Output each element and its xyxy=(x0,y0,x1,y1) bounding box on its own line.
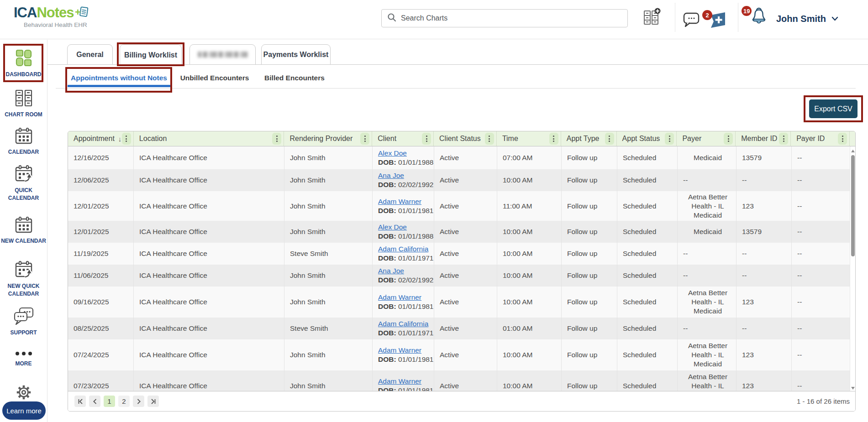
client-link[interactable]: Adam Warner xyxy=(378,346,430,355)
sidebar-item-more[interactable]: MORE xyxy=(0,350,47,368)
column-header-location[interactable]: Location xyxy=(134,131,284,146)
client-link[interactable]: Adam Warner xyxy=(378,197,430,206)
user-menu[interactable]: John Smith xyxy=(776,0,838,37)
kebab-menu-icon[interactable] xyxy=(360,133,369,145)
sidebar-item-dashboard[interactable]: DASHBOARD xyxy=(0,49,47,78)
column-label: Appt Type xyxy=(567,135,600,143)
sidebar-item-chart-room[interactable]: CHART ROOM xyxy=(0,89,47,119)
client-link[interactable]: Ana Joe xyxy=(378,266,430,276)
kebab-menu-icon[interactable] xyxy=(422,133,431,145)
tab-billing-worklist[interactable]: Billing Worklist xyxy=(120,44,182,65)
cell-time: 10:00 AM xyxy=(497,265,562,287)
client-link[interactable]: Alex Doe xyxy=(378,149,430,158)
client-link[interactable]: Adam California xyxy=(378,245,430,254)
cell-client_status: Active xyxy=(434,287,497,318)
sidebar-item-quick-calendar[interactable]: QUICK CALENDAR xyxy=(0,165,47,203)
client-dob: DOB: 01/01/1981 xyxy=(378,206,430,215)
sidebar-item-support[interactable]: SUPPORT xyxy=(0,307,47,337)
kebab-menu-icon[interactable] xyxy=(665,133,674,145)
sidebar-item-new-calendar[interactable]: NEW CALENDAR xyxy=(0,216,47,245)
chevron-down-icon xyxy=(831,15,838,23)
column-header-time[interactable]: Time xyxy=(497,131,561,146)
cell-member_id: 123 xyxy=(736,339,792,370)
export-csv-button[interactable]: Export CSV xyxy=(809,99,857,118)
go-to-last-page-button[interactable] xyxy=(147,396,159,407)
column-header-rendering-provider[interactable]: Rendering Provider xyxy=(284,131,372,146)
settings-gear-icon[interactable] xyxy=(0,383,47,402)
column-header-appt-type[interactable]: Appt Type xyxy=(561,131,617,146)
kebab-menu-icon[interactable] xyxy=(605,133,614,145)
cell-location: ICA Healthcare Office xyxy=(134,287,284,318)
kebab-menu-icon[interactable] xyxy=(122,133,131,145)
subtab-billed-encounters[interactable]: Billed Encounters xyxy=(263,68,326,89)
column-header-appointment[interactable]: Appointment↓ xyxy=(68,131,134,146)
client-link[interactable]: Adam California xyxy=(378,319,430,328)
kebab-menu-icon[interactable] xyxy=(779,133,788,145)
chart-add-icon[interactable] xyxy=(642,7,661,26)
cell-payer_id: -- xyxy=(792,221,851,243)
sidebar-item-label: MORE xyxy=(15,360,33,368)
sidebar: DASHBOARDCHART ROOMCALENDARQUICK CALENDA… xyxy=(0,40,47,422)
subtab-unbilled-encounters[interactable]: Unbilled Encounters xyxy=(178,68,251,89)
kebab-menu-icon[interactable] xyxy=(724,133,733,145)
client-link[interactable]: Alex Doe xyxy=(378,223,430,232)
go-to-first-page-button[interactable] xyxy=(74,396,86,407)
column-header-client[interactable]: Client xyxy=(372,131,434,146)
tab-payments-worklist[interactable]: Payments Worklist xyxy=(261,44,331,65)
client-link[interactable]: Adam Warner xyxy=(378,293,430,302)
column-label: Rendering Provider xyxy=(289,135,352,143)
client-dob: DOB: 01/01/1988 xyxy=(378,232,430,241)
logo-tagline: Behavioral Health EHR xyxy=(24,21,89,28)
cell-time: 10:00 AM xyxy=(497,243,562,265)
page-button-1[interactable]: 1 xyxy=(104,396,115,407)
client-dob: DOB: 01/01/1971 xyxy=(378,328,430,338)
column-header-member-id[interactable]: Member ID xyxy=(736,131,791,146)
messages-icon[interactable] xyxy=(683,12,700,28)
kebab-menu-icon[interactable] xyxy=(485,133,494,145)
notifications-bell-icon[interactable] xyxy=(749,7,769,27)
table-header-row: Appointment↓LocationRendering ProviderCl… xyxy=(68,131,855,146)
cell-client: Adam WarnerDOB: 01/01/1981 xyxy=(373,370,434,392)
app-logo[interactable]: ICANotes + Behavioral Health EHR xyxy=(14,5,89,28)
table-row: 07/24/2025ICA Healthcare OfficeJohn Smit… xyxy=(68,339,851,370)
column-header-payer-id[interactable]: Payer ID xyxy=(791,131,850,146)
column-header-payer[interactable]: Payer xyxy=(677,131,736,146)
cell-client_status: Active xyxy=(434,221,497,243)
tab-general[interactable]: General xyxy=(67,44,113,65)
page-button-2[interactable]: 2 xyxy=(118,396,130,407)
tab-redacted[interactable] xyxy=(189,44,256,65)
client-link[interactable]: Adam Warner xyxy=(378,377,430,386)
client-link[interactable]: Ana Joe xyxy=(378,171,430,180)
cell-appt_type: Follow up xyxy=(562,191,617,221)
app-header: ICANotes + Behavioral Health EHR xyxy=(0,0,868,39)
cell-payer_id: -- xyxy=(792,339,851,370)
scrollbar-thumb[interactable] xyxy=(851,155,855,256)
vertical-scrollbar[interactable] xyxy=(850,147,855,392)
cell-appointment: 08/25/2025 xyxy=(68,318,134,339)
cell-client: Adam CaliforniaDOB: 01/01/1971 xyxy=(373,243,434,265)
messages-badge: 2 xyxy=(702,10,712,20)
cell-client: Alex DoeDOB: 01/01/1988 xyxy=(373,146,434,169)
cell-appt_type: Follow up xyxy=(562,265,617,287)
kebab-menu-icon[interactable] xyxy=(549,133,558,145)
kebab-menu-icon[interactable] xyxy=(838,133,847,145)
cell-appt_status: Scheduled xyxy=(617,191,678,221)
sidebar-item-new-quick-calendar[interactable]: NEW QUICK CALENDAR xyxy=(0,260,47,298)
column-header-client-status[interactable]: Client Status xyxy=(434,131,497,146)
cell-payer: -- xyxy=(678,265,736,287)
search-input[interactable] xyxy=(401,14,622,22)
column-header-appt-status[interactable]: Appt Status xyxy=(617,131,677,146)
learn-more-button[interactable]: Learn more xyxy=(2,401,46,420)
scrollbar-down-arrow[interactable] xyxy=(851,387,855,390)
go-to-previous-page-button[interactable] xyxy=(89,396,100,407)
scrollbar-up-arrow[interactable] xyxy=(851,150,855,152)
cell-client_status: Active xyxy=(434,169,497,191)
cell-client: Adam WarnerDOB: 01/01/1981 xyxy=(373,339,434,370)
go-to-next-page-button[interactable] xyxy=(133,396,144,407)
search-box xyxy=(381,9,628,27)
kebab-menu-icon[interactable] xyxy=(272,133,281,145)
cell-appt_type: Follow up xyxy=(562,243,617,265)
sidebar-item-calendar[interactable]: CALENDAR xyxy=(0,127,47,156)
cell-appointment: 12/06/2025 xyxy=(68,169,134,191)
cell-payer_id: -- xyxy=(792,287,851,318)
